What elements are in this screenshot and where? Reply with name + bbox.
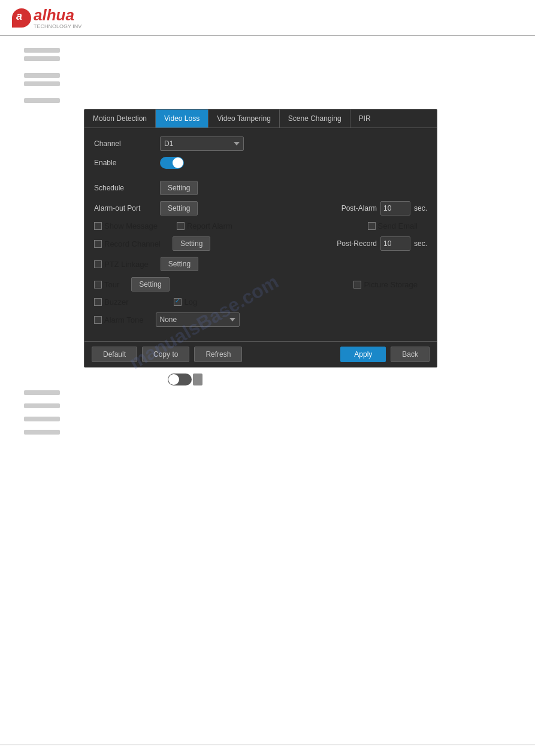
post-alarm-field: Post-Alarm sec. [341, 201, 427, 215]
record-channel-label: Record Channel [104, 239, 161, 248]
schedule-row: Schedule Setting [94, 181, 427, 195]
report-alarm-item: Report Alarm [177, 221, 232, 230]
below-toggle[interactable] [168, 374, 192, 385]
tour-setting-btn[interactable]: Setting [131, 277, 169, 292]
show-message-label: Show Message [104, 221, 158, 230]
channel-label: Channel [94, 139, 160, 148]
alarm-out-row: Alarm-out Port Setting Post-Alarm sec. [94, 201, 427, 215]
below-toggle-knob [168, 374, 179, 385]
buzzer-checkbox[interactable] [94, 298, 102, 306]
channel-row: Channel D1 [94, 136, 427, 151]
log-checkbox[interactable] [174, 298, 182, 306]
text-block-3 [24, 390, 511, 435]
ptz-linkage-row: PTZ Linkage Setting [94, 257, 427, 271]
panel-footer: Default Copy to Refresh Apply Back [84, 341, 437, 367]
picture-storage-label: Picture Storage [364, 280, 418, 289]
buzzer-log-row: Buzzer Log [94, 297, 427, 306]
buzzer-item: Buzzer [94, 297, 128, 306]
toggle-dark-block [193, 374, 202, 385]
text-line [24, 48, 60, 53]
report-alarm-checkbox[interactable] [177, 222, 185, 230]
send-email-item: Send Email [368, 221, 418, 230]
logo-text: alhua [34, 6, 74, 24]
text-line [24, 417, 60, 421]
text-line [24, 390, 60, 395]
tab-video-loss[interactable]: Video Loss [156, 110, 208, 127]
tour-checkbox[interactable] [94, 281, 102, 289]
schedule-setting-btn[interactable]: Setting [160, 181, 198, 195]
text-line [24, 73, 60, 78]
text-block-2 [24, 73, 511, 86]
schedule-label: Schedule [94, 184, 160, 192]
picture-storage-item: Picture Storage [353, 280, 418, 289]
alarm-tone-select[interactable]: None [156, 312, 240, 327]
toggle-below [168, 374, 511, 385]
buzzer-label: Buzzer [104, 297, 128, 306]
text-line [24, 403, 60, 408]
tab-video-tampering[interactable]: Video Tampering [208, 110, 280, 127]
ui-panel: Motion Detection Video Loss Video Tamper… [84, 109, 437, 368]
message-row: Show Message Report Alarm Send Email [94, 221, 427, 230]
header: alhua TECHNOLOGY INV [0, 0, 535, 36]
record-channel-row: Record Channel Setting Post-Record sec. [94, 236, 427, 251]
enable-label: Enable [94, 159, 160, 167]
tab-scene-changing[interactable]: Scene Changing [280, 110, 350, 127]
alarm-out-label: Alarm-out Port [94, 204, 160, 212]
text-line [24, 81, 60, 86]
default-button[interactable]: Default [92, 347, 137, 362]
tour-label: Tour [104, 280, 119, 289]
log-item: Log [174, 297, 197, 306]
tour-item: Tour [94, 280, 119, 289]
tour-row: Tour Setting Picture Storage [94, 277, 427, 292]
apply-button[interactable]: Apply [340, 347, 386, 362]
post-record-unit: sec. [414, 239, 427, 248]
post-record-field: Post-Record sec. [337, 236, 427, 251]
show-message-checkbox[interactable] [94, 222, 102, 230]
copy-to-button[interactable]: Copy to [142, 347, 189, 362]
enable-row: Enable [94, 157, 427, 169]
logo-icon [12, 8, 31, 28]
ptz-linkage-label: PTZ Linkage [104, 260, 149, 269]
alarm-tone-label: Alarm Tone [104, 315, 144, 324]
panel-body: Channel D1 Enable Schedule Setting Al [84, 128, 437, 341]
post-alarm-input[interactable] [380, 201, 410, 215]
logo-subtitle: TECHNOLOGY INV [34, 23, 81, 29]
tabs-row: Motion Detection Video Loss Video Tamper… [84, 110, 437, 128]
tab-pir[interactable]: PIR [350, 110, 379, 127]
text-line [24, 98, 60, 103]
post-alarm-unit: sec. [414, 204, 427, 212]
enable-toggle[interactable] [160, 157, 184, 169]
back-button[interactable]: Back [391, 347, 430, 362]
show-message-item: Show Message [94, 221, 158, 230]
alarm-tone-item: Alarm Tone [94, 315, 144, 324]
text-block-1 [24, 48, 511, 61]
post-record-input[interactable] [380, 236, 410, 251]
post-alarm-label: Post-Alarm [341, 204, 377, 212]
footer-divider [0, 745, 535, 745]
alarm-tone-checkbox[interactable] [94, 316, 102, 324]
alarm-tone-row: Alarm Tone None [94, 312, 427, 327]
refresh-button[interactable]: Refresh [194, 347, 242, 362]
page-content: manualsBase.com Motion Detection Video L… [0, 36, 535, 450]
alarm-out-setting-btn[interactable]: Setting [160, 201, 198, 215]
text-line [24, 56, 60, 61]
send-email-label: Send Email [378, 221, 418, 230]
report-alarm-label: Report Alarm [187, 221, 232, 230]
ptz-linkage-setting-btn[interactable]: Setting [161, 257, 198, 271]
record-channel-checkbox[interactable] [94, 240, 102, 248]
send-email-checkbox[interactable] [368, 222, 376, 230]
ptz-linkage-item: PTZ Linkage [94, 260, 149, 269]
toggle-knob [173, 157, 183, 168]
picture-storage-checkbox[interactable] [353, 281, 361, 289]
channel-select[interactable]: D1 [160, 136, 244, 151]
post-record-label: Post-Record [337, 239, 377, 248]
ptz-linkage-checkbox[interactable] [94, 260, 102, 268]
text-line [24, 430, 60, 435]
record-channel-item: Record Channel [94, 239, 161, 248]
tab-motion-detection[interactable]: Motion Detection [84, 110, 156, 127]
logo: alhua TECHNOLOGY INV [12, 6, 81, 29]
log-label: Log [184, 297, 197, 306]
record-channel-setting-btn[interactable]: Setting [173, 236, 210, 251]
